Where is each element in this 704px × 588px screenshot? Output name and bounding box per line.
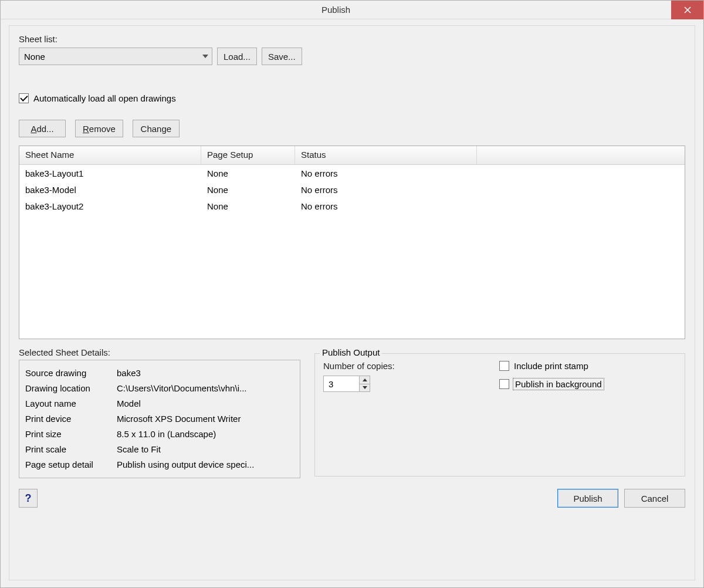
auto-load-checkbox[interactable]: [19, 93, 29, 103]
sheet-list-label: Sheet list:: [19, 34, 685, 44]
copies-input[interactable]: [324, 376, 359, 391]
details-title: Selected Sheet Details:: [19, 347, 300, 357]
copies-spinner[interactable]: [323, 376, 370, 392]
detail-value: C:\Users\Vitor\Documents\vhn\i...: [117, 383, 294, 393]
detail-label: Drawing location: [25, 383, 117, 393]
save-button[interactable]: Save...: [262, 48, 302, 65]
close-icon: [684, 6, 691, 13]
copies-column: Number of copies:: [323, 361, 476, 392]
table-header: Sheet Name Page Setup Status: [19, 146, 685, 165]
publish-bg-label: Publish in background: [514, 379, 603, 389]
help-button[interactable]: ?: [19, 489, 38, 508]
chevron-down-icon: [202, 55, 208, 58]
detail-label: Print device: [25, 414, 117, 424]
arrow-up-icon: [363, 379, 367, 381]
auto-load-row: Automatically load all open drawings: [19, 93, 685, 103]
sheet-list-row: None Load... Save...: [19, 48, 685, 65]
add-button[interactable]: Add...: [19, 120, 66, 137]
publish-bg-row: Publish in background: [499, 379, 676, 389]
detail-value: bake3: [117, 368, 294, 378]
change-button[interactable]: Change: [133, 120, 180, 137]
detail-value: Model: [117, 398, 294, 408]
table-row[interactable]: bake3-Layout2 None No errors: [19, 198, 685, 214]
col-sheet-name[interactable]: Sheet Name: [19, 146, 201, 164]
sheet-list-select[interactable]: None: [19, 48, 212, 65]
cell-page: None: [201, 167, 295, 180]
include-stamp-label: Include print stamp: [514, 361, 588, 371]
sheet-action-row: Add... Remove Change: [19, 120, 685, 137]
col-status[interactable]: Status: [295, 146, 477, 164]
detail-row: Layout name Model: [25, 396, 294, 411]
auto-load-label: Automatically load all open drawings: [33, 93, 176, 103]
table-row[interactable]: bake3-Model None No errors: [19, 181, 685, 198]
spinner-arrows: [359, 376, 370, 391]
col-extra: [477, 146, 685, 164]
close-button[interactable]: [671, 1, 703, 19]
copies-down[interactable]: [360, 384, 370, 392]
arrow-down-icon: [363, 386, 367, 389]
cell-status: No errors: [295, 167, 477, 180]
detail-value: Publish using output device speci...: [117, 459, 294, 469]
publish-output-legend: Publish Output: [320, 347, 382, 357]
include-stamp-checkbox[interactable]: [499, 361, 509, 371]
publish-button[interactable]: Publish: [557, 489, 618, 508]
cell-name: bake3-Layout1: [19, 167, 201, 180]
titlebar: Publish: [1, 1, 703, 19]
cell-name: bake3-Layout2: [19, 200, 201, 212]
detail-value: Scale to Fit: [117, 444, 294, 454]
lower-area: Selected Sheet Details: Source drawing b…: [19, 347, 685, 478]
remove-button[interactable]: Remove: [75, 120, 123, 137]
cell-status: No errors: [295, 200, 477, 212]
cell-page: None: [201, 184, 295, 196]
cell-status: No errors: [295, 184, 477, 196]
detail-label: Print size: [25, 429, 117, 439]
output-column: Publish Output Number of copies:: [314, 347, 685, 478]
sheet-list-value: None: [24, 52, 45, 62]
include-stamp-row: Include print stamp: [499, 361, 676, 371]
detail-label: Print scale: [25, 444, 117, 454]
output-grid: Number of copies:: [323, 361, 676, 392]
copies-up[interactable]: [360, 376, 370, 384]
cell-name: bake3-Model: [19, 184, 201, 196]
window-title: Publish: [1, 5, 671, 15]
table-row[interactable]: bake3-Layout1 None No errors: [19, 165, 685, 181]
detail-row: Drawing location C:\Users\Vitor\Document…: [25, 380, 294, 396]
copies-label: Number of copies:: [323, 361, 476, 371]
detail-row: Source drawing bake3: [25, 365, 294, 380]
dialog-body: Sheet list: None Load... Save... Automat…: [1, 19, 703, 587]
detail-label: Source drawing: [25, 368, 117, 378]
inner-panel: Sheet list: None Load... Save... Automat…: [9, 25, 695, 580]
footer-buttons: Publish Cancel: [557, 489, 685, 508]
publish-dialog: Publish Sheet list: None Load... Save...…: [0, 0, 704, 588]
detail-label: Page setup detail: [25, 459, 117, 469]
detail-row: Page setup detail Publish using output d…: [25, 457, 294, 472]
detail-value: 8.5 x 11.0 in (Landscape): [117, 429, 294, 439]
load-button[interactable]: Load...: [217, 48, 257, 65]
details-box: Source drawing bake3 Drawing location C:…: [19, 360, 300, 478]
flags-column: Include print stamp Publish in backgroun…: [499, 361, 676, 392]
publish-bg-checkbox[interactable]: [499, 379, 509, 389]
detail-label: Layout name: [25, 398, 117, 408]
detail-value: Microsoft XPS Document Writer: [117, 414, 294, 424]
col-page-setup[interactable]: Page Setup: [201, 146, 295, 164]
detail-row: Print device Microsoft XPS Document Writ…: [25, 411, 294, 426]
detail-row: Print size 8.5 x 11.0 in (Landscape): [25, 426, 294, 441]
cancel-button[interactable]: Cancel: [624, 489, 685, 508]
table-body: bake3-Layout1 None No errors bake3-Model…: [19, 165, 685, 339]
footer: ? Publish Cancel: [19, 489, 685, 508]
details-column: Selected Sheet Details: Source drawing b…: [19, 347, 300, 478]
sheet-table: Sheet Name Page Setup Status bake3-Layou…: [19, 146, 685, 339]
publish-output-fieldset: Publish Output Number of copies:: [314, 353, 685, 477]
help-icon: ?: [25, 492, 32, 505]
detail-row: Print scale Scale to Fit: [25, 441, 294, 457]
cell-page: None: [201, 200, 295, 212]
